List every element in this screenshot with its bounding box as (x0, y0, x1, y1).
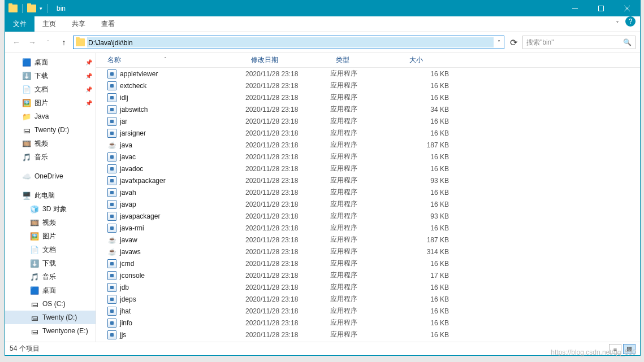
tab-view[interactable]: 查看 (93, 16, 123, 32)
sidebar-item-label: 图片 (42, 232, 56, 241)
app-icon (107, 93, 116, 102)
col-type[interactable]: 类型 (330, 55, 404, 65)
maximize-button[interactable] (588, 1, 614, 16)
navigation-pane[interactable]: 🟦桌面📌⬇️下载📌📄文档📌🖼️图片📌📁Java🖴Twenty (D:)🎞️视频🎵… (5, 53, 96, 342)
table-row[interactable]: javaw2020/11/28 23:18应用程序187 KB (96, 234, 640, 246)
back-button[interactable]: ← (10, 36, 23, 49)
table-row[interactable]: extcheck2020/11/28 23:18应用程序16 KB (96, 80, 640, 91)
sidebar-item-videos2[interactable]: 🎞️视频 (5, 216, 96, 229)
file-size: 16 KB (404, 153, 455, 161)
file-date: 2020/11/28 23:18 (245, 94, 330, 102)
view-icons-button[interactable]: ▦ (623, 344, 636, 354)
table-row[interactable]: jhat2020/11/28 23:18应用程序16 KB (96, 305, 640, 317)
sidebar-item-twenty-d[interactable]: 🖴Twenty (D:) (5, 123, 96, 137)
sidebar-item-downloads2[interactable]: ⬇️下载 (5, 256, 96, 270)
table-row[interactable]: jarsigner2020/11/28 23:18应用程序16 KB (96, 127, 640, 139)
table-row[interactable]: jdeps2020/11/28 23:18应用程序16 KB (96, 293, 640, 305)
table-row[interactable]: jjs2020/11/28 23:18应用程序16 KB (96, 329, 640, 341)
file-name: jinfo (120, 319, 132, 327)
app-icon (107, 152, 116, 162)
tab-file[interactable]: 文件 (5, 16, 34, 32)
sidebar-item-videos[interactable]: 🎞️视频 (5, 137, 96, 150)
table-row[interactable]: jdb2020/11/28 23:18应用程序16 KB (96, 281, 640, 293)
address-path[interactable]: D:\Java\jdk\bin (87, 37, 494, 47)
sidebar-item-documents[interactable]: 📄文档📌 (5, 82, 96, 96)
app-icon (107, 224, 116, 233)
file-type: 应用程序 (330, 223, 404, 233)
tab-share[interactable]: 共享 (64, 16, 93, 32)
table-row[interactable]: jabswitch2020/11/28 23:18应用程序34 KB (96, 103, 640, 115)
file-pane: 名称˄ 修改日期 类型 大小 appletviewer2020/11/28 23… (96, 53, 640, 342)
file-name: javapackager (120, 212, 160, 220)
sidebar-item-music[interactable]: 🎵音乐 (5, 150, 96, 164)
sidebar-item-onedrive[interactable]: ☁️OneDrive (5, 169, 96, 183)
sidebar-item-pictures[interactable]: 🖼️图片📌 (5, 96, 96, 110)
table-row[interactable]: appletviewer2020/11/28 23:18应用程序16 KB (96, 68, 640, 80)
sort-asc-icon: ˄ (164, 56, 167, 62)
view-details-button[interactable]: ≡ (609, 344, 621, 354)
sidebar-item-documents2[interactable]: 📄文档 (5, 243, 96, 256)
sidebar-item-label: Twentyone (E:) (42, 327, 88, 335)
sidebar-item-label: 下载 (42, 259, 56, 268)
file-name: extcheck (120, 82, 146, 90)
table-row[interactable]: javah2020/11/28 23:18应用程序16 KB (96, 186, 640, 198)
sidebar-item-os-c[interactable]: 🖴OS (C:) (5, 297, 96, 311)
file-name: javah (120, 189, 136, 197)
sidebar-item-thispc[interactable]: 🖥️此电脑 (5, 189, 96, 202)
search-placeholder: 搜索"bin" (526, 38, 554, 47)
sidebar-item-pictures2[interactable]: 🖼️图片 (5, 229, 96, 243)
app-icon (107, 330, 116, 339)
table-row[interactable]: javadoc2020/11/28 23:18应用程序16 KB (96, 163, 640, 175)
file-date: 2020/11/28 23:18 (245, 260, 330, 268)
table-row[interactable]: jconsole2020/11/28 23:18应用程序17 KB (96, 269, 640, 281)
sidebar-item-twenty-d2[interactable]: 🖴Twenty (D:) (5, 311, 96, 324)
table-row[interactable]: javac2020/11/28 23:18应用程序16 KB (96, 151, 640, 163)
col-date[interactable]: 修改日期 (245, 55, 330, 65)
qat-overflow-icon[interactable]: ▾ (40, 6, 42, 11)
help-icon[interactable]: ? (625, 16, 636, 27)
sidebar-item-java[interactable]: 📁Java (5, 110, 96, 123)
table-row[interactable]: idlj2020/11/28 23:18应用程序16 KB (96, 91, 640, 103)
sidebar-item-desktop[interactable]: 🟦桌面📌 (5, 55, 96, 69)
file-date: 2020/11/28 23:18 (245, 141, 330, 149)
documents-icon: 📄 (22, 85, 31, 94)
explorer-window: ▾ bin 文件 主页 共享 查看 ˅ ? ← → ˅ ↑ D:\Java\jd… (5, 0, 641, 356)
table-row[interactable]: jar2020/11/28 23:18应用程序16 KB (96, 115, 640, 127)
sidebar-item-desktop2[interactable]: 🟦桌面 (5, 284, 96, 297)
app-icon (107, 105, 116, 114)
refresh-button[interactable]: ⟳ (507, 36, 520, 49)
minimize-button[interactable] (562, 1, 588, 16)
ribbon-collapse-icon[interactable]: ˅ (610, 16, 625, 32)
search-input[interactable]: 搜索"bin" 🔍 (522, 36, 636, 49)
app-icon (107, 164, 116, 173)
recent-dropdown-icon[interactable]: ˅ (41, 36, 55, 49)
up-button[interactable]: ↑ (57, 36, 71, 49)
app-icon (107, 307, 116, 316)
file-type: 应用程序 (330, 259, 404, 268)
table-row[interactable]: javap2020/11/28 23:18应用程序16 KB (96, 198, 640, 210)
col-name[interactable]: 名称˄ (96, 55, 245, 65)
table-row[interactable]: jcmd2020/11/28 23:18应用程序16 KB (96, 258, 640, 269)
app-icon (107, 188, 116, 197)
tab-home[interactable]: 主页 (34, 16, 64, 32)
col-size[interactable]: 大小 (404, 55, 455, 65)
sidebar-item-downloads[interactable]: ⬇️下载📌 (5, 69, 96, 82)
sidebar-item-music2[interactable]: 🎵音乐 (5, 270, 96, 284)
file-type: 应用程序 (330, 271, 404, 280)
sidebar-item-twentyone-e[interactable]: 🖴Twentyone (E:) (5, 324, 96, 338)
table-row[interactable]: jinfo2020/11/28 23:18应用程序16 KB (96, 317, 640, 329)
close-button[interactable] (614, 1, 640, 16)
file-size: 16 KB (404, 295, 455, 303)
forward-button[interactable]: → (25, 36, 39, 49)
address-bar[interactable]: D:\Java\jdk\bin ˅ (73, 36, 504, 49)
table-row[interactable]: java2020/11/28 23:18应用程序187 KB (96, 139, 640, 151)
3d-icon: 🧊 (30, 204, 39, 213)
sidebar-item-3d[interactable]: 🧊3D 对象 (5, 202, 96, 216)
table-row[interactable]: javaws2020/11/28 23:18应用程序314 KB (96, 246, 640, 258)
table-row[interactable]: java-rmi2020/11/28 23:18应用程序16 KB (96, 222, 640, 234)
file-name: jdb (120, 284, 129, 291)
file-list[interactable]: appletviewer2020/11/28 23:18应用程序16 KBext… (96, 68, 640, 342)
table-row[interactable]: javafxpackager2020/11/28 23:18应用程序93 KB (96, 175, 640, 186)
address-dropdown-icon[interactable]: ˅ (494, 40, 504, 46)
table-row[interactable]: javapackager2020/11/28 23:18应用程序93 KB (96, 210, 640, 222)
